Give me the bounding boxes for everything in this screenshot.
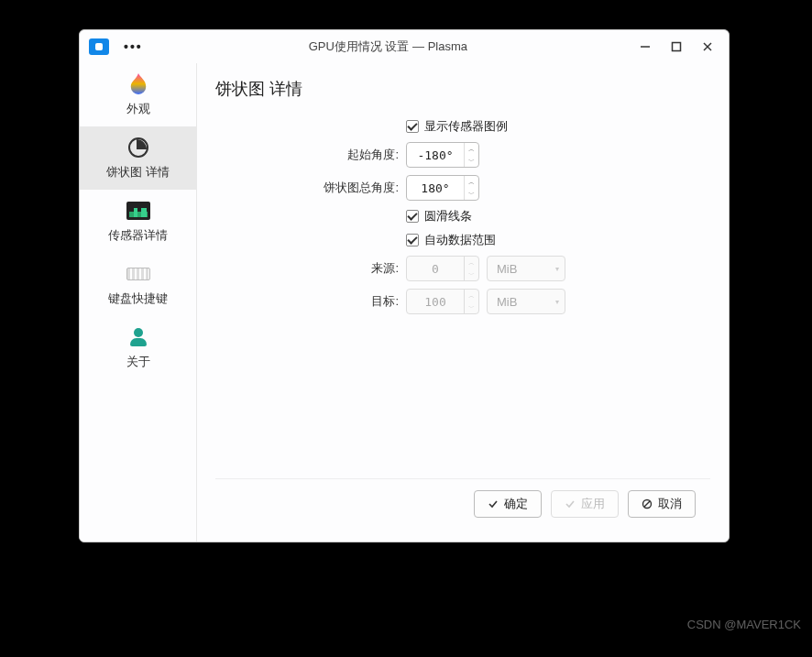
chevron-up-icon: ︿: [465, 290, 478, 301]
minimize-button[interactable]: [633, 35, 657, 59]
start-angle-label: 起始角度:: [215, 147, 399, 163]
cancel-label: 取消: [658, 496, 682, 512]
svg-rect-1: [673, 43, 681, 51]
from-unit-value: MiB: [497, 262, 550, 276]
content-area: 饼状图 详情 显示传感器图例 起始角度: -180° ︿﹀ 饼状图总角度:: [197, 63, 729, 542]
from-value: 0: [407, 262, 464, 276]
spinner-arrows[interactable]: ︿﹀: [464, 176, 478, 200]
sidebar-item-pie-details[interactable]: 饼状图 详情: [80, 126, 196, 190]
sidebar-item-appearance[interactable]: 外观: [80, 63, 196, 126]
total-angle-value[interactable]: 180°: [407, 181, 464, 195]
total-angle-spinner[interactable]: 180° ︿﹀: [406, 175, 479, 201]
user-icon: [126, 325, 150, 349]
close-button[interactable]: [696, 35, 719, 59]
total-angle-label: 饼状图总角度:: [215, 180, 399, 196]
to-spinner: 100 ︿﹀: [406, 289, 479, 314]
chevron-down-icon[interactable]: ﹀: [465, 155, 478, 167]
auto-range-checkbox[interactable]: [406, 234, 419, 246]
to-unit-value: MiB: [497, 295, 550, 309]
cancel-button[interactable]: 取消: [628, 490, 696, 518]
svg-line-5: [644, 501, 650, 507]
chevron-down-icon: ﹀: [465, 268, 478, 280]
from-unit-combo: MiB ▾: [487, 256, 565, 281]
sidebar-item-label: 关于: [126, 355, 150, 370]
chevron-up-icon: ︿: [465, 257, 478, 268]
start-angle-value[interactable]: -180°: [407, 148, 464, 162]
titlebar: ••• GPU使用情况 设置 — Plasma: [80, 30, 729, 63]
smooth-lines-checkbox[interactable]: [406, 210, 419, 223]
check-icon: [565, 498, 576, 509]
form: 显示传感器图例 起始角度: -180° ︿﹀ 饼状图总角度: 180° ︿﹀: [215, 118, 710, 314]
sidebar-item-label: 外观: [126, 102, 150, 117]
to-label: 目标:: [215, 293, 399, 310]
sidebar-item-label: 传感器详情: [108, 228, 168, 244]
chevron-down-icon: ▾: [555, 265, 559, 273]
start-angle-spinner[interactable]: -180° ︿﹀: [406, 142, 479, 168]
apply-label: 应用: [581, 496, 605, 512]
check-icon: [488, 498, 499, 509]
spinner-arrows[interactable]: ︿﹀: [464, 143, 478, 167]
dialog-footer: 确定 应用 取消: [215, 478, 710, 529]
sidebar-item-shortcuts[interactable]: 键盘快捷键: [80, 253, 196, 316]
maximize-button[interactable]: [664, 35, 688, 59]
keyboard-icon: [126, 262, 150, 286]
to-value: 100: [407, 295, 464, 309]
smooth-lines-label: 圆滑线条: [424, 208, 472, 224]
chevron-up-icon[interactable]: ︿: [465, 143, 478, 155]
auto-range-label: 自动数据范围: [424, 232, 496, 248]
show-legend-checkbox[interactable]: [406, 120, 419, 133]
show-legend-label: 显示传感器图例: [424, 118, 508, 135]
flame-icon: [126, 72, 150, 96]
chevron-down-icon[interactable]: ﹀: [465, 188, 478, 200]
page-title: 饼状图 详情: [215, 78, 710, 100]
app-icon: [89, 38, 109, 55]
pie-chart-icon: [126, 136, 150, 159]
sidebar-item-label: 键盘快捷键: [108, 291, 168, 307]
from-spinner: 0 ︿﹀: [406, 256, 479, 281]
settings-window: ••• GPU使用情况 设置 — Plasma 外观 饼状图 详情 传感器详情: [79, 29, 730, 542]
from-label: 来源:: [215, 260, 399, 277]
chevron-up-icon[interactable]: ︿: [465, 176, 478, 188]
ok-button[interactable]: 确定: [474, 490, 542, 518]
sidebar-item-label: 饼状图 详情: [106, 165, 169, 181]
chevron-down-icon: ﹀: [465, 301, 478, 313]
spinner-arrows: ︿﹀: [464, 290, 478, 313]
window-title: GPU使用情况 设置 — Plasma: [150, 38, 626, 55]
sidebar-item-about[interactable]: 关于: [80, 316, 196, 379]
overflow-menu[interactable]: •••: [124, 39, 143, 54]
sidebar: 外观 饼状图 详情 传感器详情 键盘快捷键 关于: [80, 63, 197, 542]
sidebar-item-sensor-details[interactable]: 传感器详情: [80, 190, 196, 253]
watermark: CSDN @MAVER1CK: [687, 618, 801, 631]
apply-button: 应用: [551, 490, 619, 518]
ok-label: 确定: [504, 496, 528, 512]
cancel-icon: [642, 498, 653, 509]
to-unit-combo: MiB ▾: [487, 289, 565, 314]
spinner-arrows: ︿﹀: [464, 257, 478, 280]
chart-icon: [126, 199, 150, 223]
chevron-down-icon: ▾: [555, 298, 559, 306]
